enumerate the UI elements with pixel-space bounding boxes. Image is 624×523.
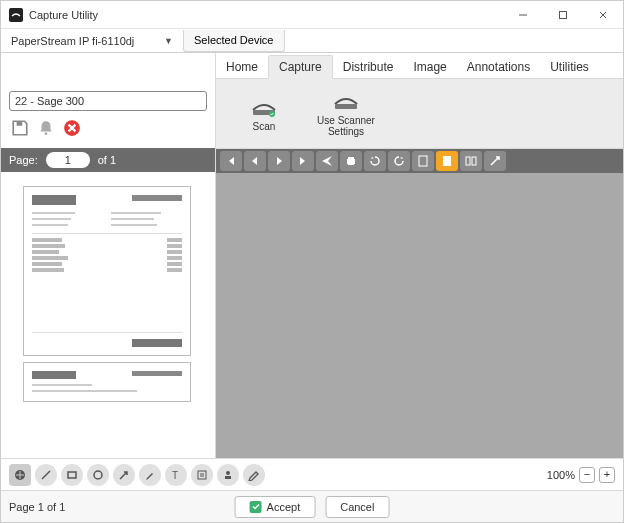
thumbnail-page-1[interactable] — [23, 186, 191, 356]
page-view-button[interactable] — [412, 151, 434, 171]
window-title: Capture Utility — [29, 9, 503, 21]
prev-page-button[interactable] — [244, 151, 266, 171]
tabs: Home Capture Distribute Image Annotation… — [216, 53, 623, 79]
app-icon — [9, 8, 23, 22]
bell-icon[interactable] — [37, 119, 55, 137]
maximize-button[interactable] — [543, 1, 583, 29]
right-pane: Home Capture Distribute Image Annotation… — [216, 53, 623, 458]
close-button[interactable] — [583, 1, 623, 29]
cancel-label: Cancel — [340, 501, 374, 513]
print-button[interactable] — [340, 151, 362, 171]
tab-annotations[interactable]: Annotations — [457, 56, 540, 78]
selected-device-button[interactable]: Selected Device — [183, 30, 285, 52]
check-icon — [250, 501, 262, 513]
scan-button[interactable]: Scan — [232, 85, 296, 142]
zoom-out-button[interactable]: − — [579, 467, 595, 483]
svg-rect-10 — [419, 156, 427, 166]
scanner-icon — [250, 96, 278, 118]
next-page-button[interactable] — [268, 151, 290, 171]
line-tool[interactable] — [35, 464, 57, 486]
page-number-input[interactable]: 1 — [46, 152, 90, 168]
svg-rect-11 — [443, 156, 451, 166]
device-row: PaperStream IP fi-6110dj ▼ Selected Devi… — [1, 29, 623, 53]
scanner-settings-icon — [332, 90, 360, 112]
status-text: Page 1 of 1 — [9, 501, 65, 513]
svg-point-2 — [45, 132, 48, 135]
scanner-settings-button[interactable]: Use Scanner Settings — [314, 85, 378, 142]
last-page-button[interactable] — [292, 151, 314, 171]
preview-area[interactable] — [216, 173, 623, 458]
page-of: of 1 — [98, 154, 116, 166]
action-strip — [216, 149, 623, 173]
ribbon: Scan Use Scanner Settings — [216, 79, 623, 149]
text-tool[interactable]: T — [165, 464, 187, 486]
pointer-tool[interactable] — [9, 464, 31, 486]
tab-utilities[interactable]: Utilities — [540, 56, 599, 78]
svg-rect-9 — [348, 163, 354, 165]
titlebar: Capture Utility — [1, 1, 623, 29]
page-bar: Page: 1 of 1 — [1, 148, 215, 172]
rotate-right-button[interactable] — [388, 151, 410, 171]
thumbnail-page-2[interactable] — [23, 362, 191, 402]
redact-tool[interactable] — [243, 464, 265, 486]
page-label: Page: — [9, 154, 38, 166]
chevron-down-icon: ▼ — [164, 36, 173, 46]
save-icon[interactable] — [11, 119, 29, 137]
thumbnail-list — [1, 172, 215, 458]
rotate-left-button[interactable] — [364, 151, 386, 171]
stamp-tool[interactable] — [217, 464, 239, 486]
svg-point-16 — [94, 471, 102, 479]
arrow-tool[interactable] — [113, 464, 135, 486]
footer: Page 1 of 1 Accept Cancel — [1, 490, 623, 522]
fit-page-button[interactable] — [436, 151, 458, 171]
send-button[interactable] — [316, 151, 338, 171]
device-select[interactable]: PaperStream IP fi-6110dj ▼ — [7, 31, 177, 51]
zoom-controls: 100% − + — [547, 467, 615, 483]
tab-capture[interactable]: Capture — [268, 55, 333, 79]
annotation-toolbar: T 100% − + — [1, 458, 623, 490]
zoom-level: 100% — [547, 469, 575, 481]
svg-point-19 — [226, 471, 230, 475]
circle-tool[interactable] — [87, 464, 109, 486]
delete-icon[interactable] — [63, 119, 81, 137]
svg-rect-20 — [225, 476, 231, 479]
svg-rect-1 — [17, 121, 23, 126]
cancel-button[interactable]: Cancel — [325, 496, 389, 518]
svg-rect-15 — [68, 472, 76, 478]
svg-rect-6 — [335, 104, 357, 109]
tab-home[interactable]: Home — [216, 56, 268, 78]
profile-value: 22 - Sage 300 — [15, 95, 84, 107]
scanner-settings-label: Use Scanner Settings — [317, 115, 375, 137]
tab-image[interactable]: Image — [403, 56, 456, 78]
device-name: PaperStream IP fi-6110dj — [11, 35, 134, 47]
svg-rect-12 — [466, 157, 470, 165]
dual-page-button[interactable] — [460, 151, 482, 171]
svg-rect-8 — [348, 157, 354, 159]
zoom-in-button[interactable]: + — [599, 467, 615, 483]
note-tool[interactable] — [191, 464, 213, 486]
svg-rect-13 — [472, 157, 476, 165]
profile-input[interactable]: 22 - Sage 300 — [9, 91, 207, 111]
expand-button[interactable] — [484, 151, 506, 171]
scan-label: Scan — [253, 121, 276, 132]
first-page-button[interactable] — [220, 151, 242, 171]
svg-rect-18 — [198, 471, 206, 479]
accept-label: Accept — [267, 501, 301, 513]
accept-button[interactable]: Accept — [235, 496, 316, 518]
highlight-tool[interactable] — [139, 464, 161, 486]
rectangle-tool[interactable] — [61, 464, 83, 486]
svg-text:T: T — [172, 470, 178, 481]
left-pane: 22 - Sage 300 Page: 1 of 1 — [1, 53, 216, 458]
svg-rect-0 — [560, 11, 567, 18]
tab-distribute[interactable]: Distribute — [333, 56, 404, 78]
minimize-button[interactable] — [503, 1, 543, 29]
